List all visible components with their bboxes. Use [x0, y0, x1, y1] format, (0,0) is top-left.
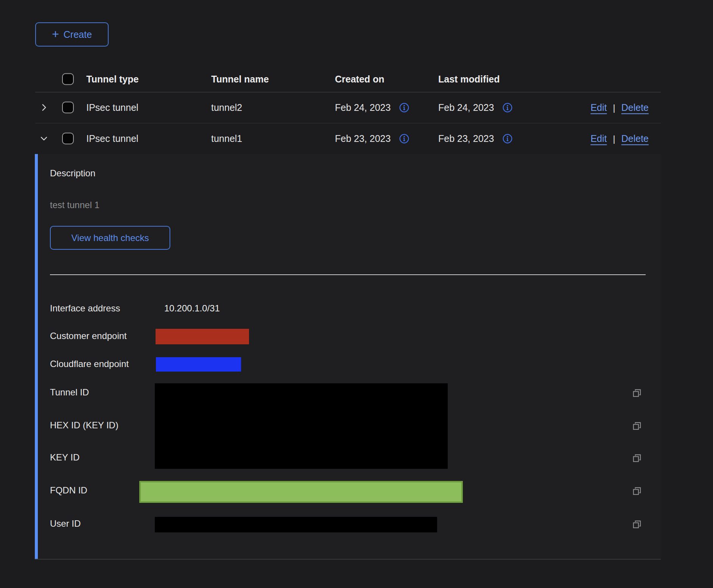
view-health-checks-button[interactable]: View health checks — [50, 226, 170, 250]
copy-icon — [632, 519, 642, 530]
table-bottom-border — [35, 559, 661, 560]
description-value: test tunnel 1 — [50, 200, 100, 210]
last-modified-value: Feb 23, 2023 — [438, 133, 494, 144]
panel-divider — [50, 274, 646, 275]
ids-redaction-block — [155, 383, 448, 469]
last-modified-cell: Feb 23, 2023 — [438, 133, 513, 144]
user-id-redaction — [155, 517, 437, 532]
delete-link[interactable]: Delete — [621, 133, 649, 144]
copy-icon — [632, 453, 642, 464]
info-icon[interactable] — [502, 133, 513, 144]
create-button-label: Create — [64, 29, 92, 40]
interface-address-value: 10.200.1.0/31 — [164, 303, 220, 314]
created-on-cell: Feb 23, 2023 — [335, 133, 409, 144]
column-header-last-modified: Last modified — [438, 74, 500, 85]
row-checkbox[interactable] — [62, 133, 74, 145]
copy-fqdn-id-button[interactable] — [630, 485, 643, 498]
user-id-label: User ID — [50, 518, 81, 529]
copy-icon — [632, 486, 642, 496]
created-on-value: Feb 24, 2023 — [335, 102, 391, 113]
tunnel-name-cell: tunnel2 — [211, 102, 242, 113]
ipsec-tunnels-page: + Create Tunnel type Tunnel name Created… — [0, 0, 713, 588]
plus-icon: + — [52, 28, 59, 40]
customer-endpoint-label: Customer endpoint — [50, 331, 127, 341]
tunnel-name-cell: tunnel1 — [211, 133, 242, 144]
customer-endpoint-redaction — [156, 329, 249, 344]
tunnel-type-cell: IPsec tunnel — [86, 133, 139, 144]
chevron-right-icon — [39, 103, 49, 112]
cloudflare-endpoint-label: Cloudflare endpoint — [50, 359, 129, 369]
table-row-tunnel1: IPsec tunnel tunnel1 Feb 23, 2023 Feb 23… — [35, 123, 661, 154]
fqdn-id-label: FQDN ID — [50, 485, 87, 496]
collapse-row-button[interactable] — [37, 131, 51, 146]
last-modified-value: Feb 24, 2023 — [438, 102, 494, 113]
description-label: Description — [50, 168, 95, 179]
info-icon[interactable] — [399, 102, 409, 113]
table-row-tunnel2: IPsec tunnel tunnel2 Feb 24, 2023 Feb 24… — [35, 92, 661, 123]
copy-key-id-button[interactable] — [630, 452, 643, 465]
delete-link[interactable]: Delete — [621, 102, 649, 113]
tunnel-type-cell: IPsec tunnel — [86, 102, 139, 113]
column-header-tunnel-type: Tunnel type — [86, 74, 139, 85]
key-id-label: KEY ID — [50, 452, 79, 463]
hex-id-label: HEX ID (KEY ID) — [50, 420, 118, 431]
view-health-checks-label: View health checks — [71, 233, 149, 243]
created-on-value: Feb 23, 2023 — [335, 133, 391, 144]
row-actions: Edit | Delete — [590, 102, 649, 113]
actions-separator: | — [613, 102, 615, 113]
edit-link[interactable]: Edit — [590, 133, 607, 144]
actions-separator: | — [613, 133, 615, 144]
last-modified-cell: Feb 24, 2023 — [438, 102, 513, 113]
interface-address-label: Interface address — [50, 303, 120, 314]
table-header-row: Tunnel type Tunnel name Created on Last … — [35, 66, 661, 92]
expanded-row-indicator-bar — [35, 154, 38, 559]
row-checkbox[interactable] — [62, 102, 74, 114]
copy-hex-id-button[interactable] — [630, 420, 643, 432]
fqdn-id-redaction — [139, 481, 463, 503]
column-header-tunnel-name: Tunnel name — [211, 74, 269, 85]
expand-row-button[interactable] — [37, 100, 51, 115]
copy-icon — [632, 388, 642, 398]
edit-link[interactable]: Edit — [590, 102, 607, 113]
info-icon[interactable] — [399, 133, 409, 144]
copy-tunnel-id-button[interactable] — [630, 387, 643, 400]
select-all-checkbox[interactable] — [62, 73, 74, 85]
copy-user-id-button[interactable] — [630, 518, 643, 531]
create-button[interactable]: + Create — [35, 22, 109, 47]
cloudflare-endpoint-redaction — [156, 357, 241, 372]
column-header-created-on: Created on — [335, 74, 385, 85]
created-on-cell: Feb 24, 2023 — [335, 102, 409, 113]
chevron-down-icon — [39, 134, 49, 143]
copy-icon — [632, 421, 642, 431]
row-actions: Edit | Delete — [590, 133, 649, 144]
tunnel-id-label: Tunnel ID — [50, 387, 89, 398]
info-icon[interactable] — [502, 102, 513, 113]
